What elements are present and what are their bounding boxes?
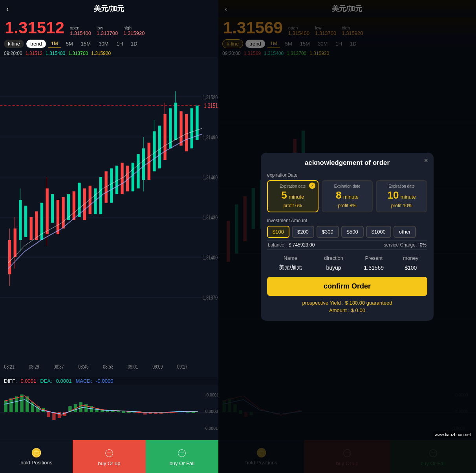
yield-info: prospective Yield : $ 180.00 guaranteed … — [267, 299, 427, 314]
svg-rect-21 — [46, 188, 48, 234]
candle-time: 09:20:00 — [4, 51, 22, 56]
expiry-label-1: Expiration date — [270, 184, 315, 188]
order-present: 1.31569 — [353, 263, 394, 273]
svg-text:1.31400: 1.31400 — [203, 254, 218, 261]
svg-text:1.31520: 1.31520 — [203, 94, 218, 100]
expiry-label-3: Expiration date — [379, 184, 424, 188]
svg-rect-26 — [62, 197, 64, 228]
left-price-sub-high: high 1.315920 — [123, 26, 145, 36]
tab-15m[interactable]: 15M — [78, 40, 93, 48]
order-money: $100 — [394, 263, 427, 273]
buy-up-button[interactable]: ㊀ buy Or up — [73, 440, 145, 473]
svg-rect-36 — [115, 166, 118, 194]
left-high-val: 1.315920 — [123, 30, 145, 36]
svg-rect-72 — [4, 400, 7, 412]
svg-rect-55 — [190, 108, 193, 148]
svg-text:1.31430: 1.31430 — [203, 214, 218, 221]
svg-text:09:01: 09:01 — [128, 364, 138, 370]
buy-fall-icon: ㊀ — [178, 447, 186, 459]
service-charge: service Charge: 0% — [384, 242, 427, 248]
confirm-order-button[interactable]: confirm Order — [267, 277, 427, 296]
macd-chart: +0.00010 -0.00000 -0.00010 — [0, 385, 218, 440]
amt-300[interactable]: $300 — [317, 226, 339, 238]
buy-fall-label: buy Or Fall — [170, 460, 195, 466]
tab-kline[interactable]: k-line — [4, 40, 24, 48]
expiry-card-5min[interactable]: Expiration date 5 minute profit 6% — [267, 180, 319, 212]
amt-1000[interactable]: $1000 — [366, 226, 391, 238]
svg-text:08:45: 08:45 — [78, 364, 88, 370]
amt-200[interactable]: $200 — [292, 226, 314, 238]
expiry-card-8min[interactable]: Expiration date 8 minute profit 8% — [322, 180, 373, 212]
left-toolbar: k-line trend 1M 5M 15M 30M 1H 1D — [0, 38, 218, 50]
tab-trend[interactable]: trend — [26, 40, 46, 48]
expiry-label-2: Expiration date — [325, 184, 370, 188]
svg-text:09:17: 09:17 — [177, 364, 187, 370]
candle-v2: 1.315400 — [46, 51, 65, 56]
svg-text:1.31490: 1.31490 — [203, 134, 218, 141]
svg-rect-86 — [79, 402, 82, 412]
dea-label: DEA: — [40, 378, 52, 384]
left-title: 美元/加元 — [94, 4, 124, 13]
candle-v1: 1.31512 — [26, 51, 42, 56]
tab-1d[interactable]: 1D — [128, 40, 140, 48]
hold-label: hold Positions — [20, 460, 52, 466]
order-modal: × acknowledgement of order expirationDat… — [261, 153, 434, 321]
left-diff-row: DIFF: 0.0001 DEA: 0.0001 MACD: -0.0000 — [0, 377, 218, 385]
amt-500[interactable]: $500 — [341, 226, 364, 238]
left-price-sub: open 1.315400 — [70, 26, 91, 36]
svg-rect-56 — [196, 106, 198, 140]
candle-v3: 1.313700 — [68, 51, 88, 56]
modal-close-button[interactable]: × — [424, 157, 428, 165]
left-bottom-bar: 🪙 hold Positions ㊀ buy Or up ㊀ buy Or Fa… — [0, 440, 218, 473]
svg-rect-47 — [158, 126, 161, 168]
modal-title: acknowledgement of order — [267, 159, 427, 167]
svg-rect-45 — [153, 131, 156, 171]
amount-row: $100 $200 $300 $500 $1000 other — [267, 226, 427, 238]
expiry-card-10min[interactable]: Expiration date 10 minute profit 10% — [376, 180, 427, 212]
tab-5m[interactable]: 5M — [63, 40, 76, 48]
expiry-profit-2: profit 8% — [325, 203, 370, 208]
left-low-val: 1.313700 — [97, 30, 118, 36]
expiry-unit-3: minute — [401, 194, 416, 200]
left-high-label: high — [123, 26, 145, 30]
tab-30m[interactable]: 30M — [96, 40, 111, 48]
svg-rect-73 — [9, 398, 13, 412]
left-macd-area: +0.00010 -0.00000 -0.00010 — [0, 385, 218, 440]
tab-1h[interactable]: 1H — [114, 40, 126, 48]
expiry-profit-1: profit 6% — [270, 203, 315, 208]
hold-positions-button[interactable]: 🪙 hold Positions — [0, 440, 73, 473]
left-low-label: low — [97, 26, 118, 30]
svg-text:-0.00010: -0.00010 — [204, 426, 218, 431]
expiry-profit-3: profit 10% — [379, 203, 424, 208]
amount-section-label: investment Amount — [267, 218, 427, 223]
left-header: ‹ 美元/加元 — [0, 0, 218, 17]
buy-up-icon: ㊀ — [105, 447, 114, 459]
svg-rect-74 — [15, 396, 18, 412]
left-back-button[interactable]: ‹ — [6, 4, 9, 13]
amt-100[interactable]: $100 — [267, 226, 289, 238]
order-table: Name direction Present money 美元/加元 buyup… — [267, 254, 427, 273]
svg-text:-0.00000: -0.00000 — [204, 409, 218, 414]
svg-rect-24 — [51, 194, 54, 223]
expiry-num-val-2: 8 — [336, 189, 341, 201]
watermark: www.tiaozhuan.net — [433, 431, 473, 438]
amt-other[interactable]: other — [394, 226, 416, 238]
svg-rect-29 — [78, 183, 81, 217]
tab-1m[interactable]: 1M — [48, 39, 61, 48]
left-open-val: 1.315400 — [70, 30, 91, 36]
diff-val: 0.0001 — [21, 378, 37, 384]
candle-v4: 1.315920 — [91, 51, 111, 56]
svg-rect-28 — [73, 191, 75, 220]
buy-up-label: buy Or up — [98, 460, 120, 466]
modal-overlay: × acknowledgement of order expirationDat… — [218, 0, 476, 473]
yield-line2: Amount : $ 0.00 — [267, 307, 427, 314]
svg-rect-48 — [163, 114, 166, 160]
col-present: Present — [353, 254, 394, 263]
svg-rect-39 — [132, 163, 134, 192]
diff-label: DIFF: — [4, 378, 17, 384]
macd-label: MACD: — [75, 378, 92, 384]
col-money: money — [394, 254, 427, 263]
buy-fall-button[interactable]: ㊀ buy Or Fall — [146, 440, 218, 473]
svg-text:08:21: 08:21 — [4, 364, 14, 370]
svg-rect-53 — [179, 111, 182, 145]
